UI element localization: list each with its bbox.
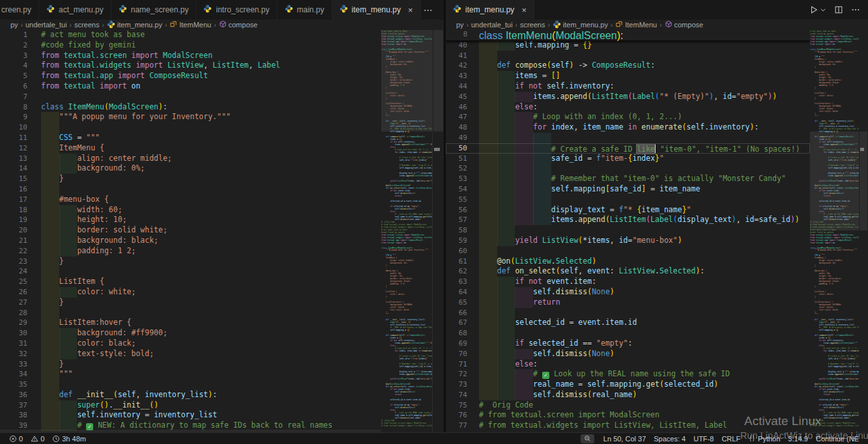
code-line[interactable]: 52 [446, 163, 810, 174]
code-line[interactable]: 61 @on(ListView.Selected) [446, 257, 810, 267]
indentation[interactable]: Spaces: 4 [650, 433, 689, 444]
code-line[interactable]: 9 """A popup menu for your Inventory.""" [0, 112, 381, 122]
breadcrumb-item-py[interactable]: py [456, 21, 464, 29]
minimap-slider[interactable] [810, 132, 859, 230]
code-line[interactable]: 70 self.dismiss(None) [446, 349, 810, 359]
editor-pane-right[interactable]: 40 self.mapping = {}4142 def compose(sel… [446, 30, 868, 432]
language-mode[interactable]: Python [744, 433, 784, 444]
code-line[interactable]: 1# act menu took as base [0, 30, 381, 40]
code-line[interactable]: 50 # Create a safe ID like "item-0", "it… [446, 143, 810, 154]
continue-extension[interactable]: Continue (NE [812, 433, 863, 444]
warnings-indicator[interactable]: 0 [27, 433, 48, 444]
code-line[interactable]: 77# from textual.widgets import ListView… [446, 421, 810, 431]
time-tracker[interactable]: 3h 48m [48, 433, 90, 444]
code-line[interactable]: 53 # Remember that "item-0" is actually … [446, 174, 810, 184]
code-line[interactable]: 8class ItemMenu(ModalScreen): [0, 102, 381, 113]
code-line[interactable]: 10 [0, 122, 381, 133]
minimap[interactable]: # act menu took as base#code fixed by ge… [381, 30, 432, 432]
code-line[interactable]: 49 [446, 133, 810, 143]
code-line[interactable]: 47 # Loop with an index (0, 1, 2...) [446, 112, 810, 122]
code-line[interactable]: 45 items.append(ListItem(Label("* (Empty… [446, 92, 810, 102]
editor-pane-left[interactable]: 1# act menu took as base2#code fixed by … [0, 30, 444, 432]
code-line[interactable]: 60 [446, 246, 810, 257]
code-line[interactable]: 8class ItemMenu(ModalScreen): [446, 30, 810, 40]
code-line[interactable]: 17 #menu-box { [0, 195, 381, 205]
code-line[interactable]: 76# from textual.screen import ModalScre… [446, 410, 810, 421]
code-line[interactable]: 62 def on_select(self, event: ListView.S… [446, 266, 810, 277]
code-line[interactable]: 44 if not self.inventory: [446, 81, 810, 92]
code-line[interactable]: 4from textual.widgets import ListView, L… [0, 61, 381, 71]
code-line[interactable]: 11 CSS = """ [0, 133, 381, 143]
breadcrumb-item-undertale_tui[interactable]: undertale_tui [25, 21, 67, 29]
scrollbar[interactable] [859, 30, 868, 432]
cursor-position[interactable]: Ln 50, Col 37 [600, 433, 650, 444]
breadcrumb-item-screens[interactable]: screens [74, 21, 100, 29]
horizontal-scrollbar[interactable] [0, 430, 381, 432]
code-line[interactable]: 59 yield ListView(*items, id="menu-box") [446, 236, 810, 246]
code-line[interactable]: 48 for index, item_name in enumerate(sel… [446, 122, 810, 133]
breadcrumb-item-py[interactable]: py [10, 21, 18, 29]
code-line[interactable]: 51 safe_id = f"item-{index}" [446, 154, 810, 164]
code-line[interactable]: 43 items = [] [446, 71, 810, 81]
breadcrumb-item-compose[interactable]: compose [219, 20, 258, 29]
eol-sequence[interactable]: CRLF [717, 433, 744, 444]
tab-creen.py[interactable]: creen.py [0, 0, 39, 20]
code-line[interactable]: 19 height: 10; [0, 215, 381, 225]
tab-name_screen.py[interactable]: name_screen.py [111, 0, 197, 20]
code-line[interactable]: 34 """ [0, 369, 381, 380]
code-line[interactable]: 29 ListItem:hover { [0, 318, 381, 328]
code-area[interactable]: 1# act menu took as base2#code fixed by … [0, 30, 381, 432]
code-line[interactable]: 46 else: [446, 102, 810, 113]
errors-indicator[interactable]: 0 [5, 433, 27, 444]
breadcrumb-item-compose[interactable]: compose [665, 20, 704, 29]
code-line[interactable]: 36 def __init__(self, inventory_list): [0, 390, 381, 400]
tab-main.py[interactable]: main.py [278, 0, 332, 20]
tab-item_menu.py[interactable]: item_menu.py× [446, 0, 534, 20]
code-line[interactable]: 15 } [0, 174, 381, 184]
breadcrumb-item-ItemMenu[interactable]: ItemMenu [169, 20, 211, 29]
tab-act_menu.py[interactable]: act_menu.py [39, 0, 111, 20]
breadcrumb-item-ItemMenu[interactable]: ItemMenu [615, 20, 657, 29]
code-line[interactable]: 25 ListItem { [0, 277, 381, 287]
tab-overflow-button[interactable]: ⋯ [424, 5, 433, 15]
code-line[interactable]: 37 super().__init__() [0, 400, 381, 411]
code-line[interactable]: 7 [0, 92, 381, 102]
code-line[interactable]: 20 border: solid white; [0, 225, 381, 236]
code-line[interactable]: 22 padding: 1 2; [0, 246, 381, 257]
python-version[interactable]: 3.14.9 [784, 433, 812, 444]
close-icon[interactable]: × [521, 5, 527, 15]
code-line[interactable]: 58 [446, 225, 810, 236]
code-line[interactable]: 71 else: [446, 359, 810, 370]
breadcrumb-item-undertale_tui[interactable]: undertale_tui [471, 21, 513, 29]
code-line[interactable]: 2#code fixed by gemini [0, 40, 381, 51]
more-actions-button[interactable] [851, 5, 860, 14]
code-line[interactable]: 18 width: 60; [0, 205, 381, 215]
tab-item_menu.py[interactable]: item_menu.py× [332, 0, 421, 20]
run-button[interactable] [809, 5, 826, 14]
sticky-scroll-line[interactable]: 8class ItemMenu(ModalScreen): [446, 30, 810, 41]
code-line[interactable]: 75# Orig Code [446, 400, 810, 411]
scrollbar-slider[interactable] [433, 30, 443, 132]
code-line[interactable]: 12 ItemMenu { [0, 143, 381, 154]
code-line[interactable]: 33 } [0, 359, 381, 370]
close-icon[interactable]: × [408, 5, 413, 15]
code-line[interactable]: 31 color: black; [0, 339, 381, 349]
code-line[interactable]: 26 color: white; [0, 287, 381, 298]
code-line[interactable]: 64 self.dismiss(None) [446, 287, 810, 298]
code-line[interactable]: 3from textual.screen import ModalScreen [0, 51, 381, 61]
code-line[interactable]: 74 self.dismiss(real_name) [446, 390, 810, 400]
code-area[interactable]: 40 self.mapping = {}4142 def compose(sel… [446, 30, 810, 432]
code-line[interactable]: 72 # ✓ Look up the REAL name using the s… [446, 369, 810, 380]
code-line[interactable]: 28 [0, 308, 381, 318]
code-line[interactable]: 65 return [446, 298, 810, 308]
code-line[interactable]: 6from textual import on [0, 81, 381, 92]
code-line[interactable]: 68 [446, 328, 810, 339]
zoom-indicator[interactable] [581, 434, 594, 443]
code-line[interactable]: 40 self.mapping = {} [446, 40, 810, 51]
code-line[interactable]: 69 if selected_id == "empty": [446, 339, 810, 349]
minimap-slider[interactable] [381, 30, 432, 132]
code-line[interactable]: 41 [446, 51, 810, 61]
code-line[interactable]: 54 self.mapping[safe_id] = item_name [446, 184, 810, 195]
code-line[interactable]: 35 [0, 380, 381, 390]
split-editor-button[interactable] [834, 5, 843, 14]
